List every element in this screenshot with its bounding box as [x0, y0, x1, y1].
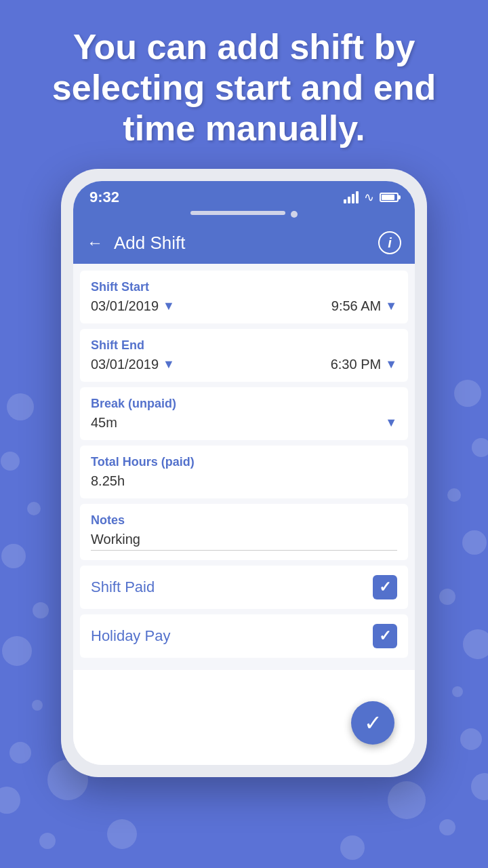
svg-point-10 — [454, 380, 481, 407]
save-fab-button[interactable]: ✓ — [351, 701, 394, 745]
svg-point-16 — [452, 686, 463, 697]
break-label: Break (unpaid) — [91, 397, 397, 411]
hero-text: You can add shift by selecting start and… — [0, 0, 488, 169]
shift-start-time-arrow: ▼ — [385, 299, 397, 313]
status-icons: ∿ — [344, 190, 399, 205]
svg-point-1 — [1, 452, 20, 471]
shift-end-label: Shift End — [91, 338, 397, 353]
svg-point-11 — [472, 438, 488, 457]
holiday-pay-label: Holiday Pay — [91, 627, 170, 645]
svg-point-17 — [460, 728, 482, 750]
notch-dot — [291, 211, 298, 218]
signal-icon — [344, 191, 359, 203]
svg-point-23 — [340, 835, 365, 860]
svg-point-7 — [9, 742, 31, 764]
shift-paid-row: Shift Paid ✓ — [91, 575, 397, 599]
notch-bar — [190, 211, 285, 215]
total-hours-value: 8.25h — [91, 473, 125, 488]
shift-paid-checkbox[interactable]: ✓ — [373, 575, 397, 599]
svg-point-19 — [439, 819, 455, 835]
shift-end-row: 03/01/2019 ▼ 6:30 PM ▼ — [91, 357, 397, 372]
save-check-icon: ✓ — [364, 710, 382, 736]
page-title: Add Shift — [114, 233, 367, 254]
holiday-pay-checkbox[interactable]: ✓ — [373, 624, 397, 648]
svg-point-21 — [107, 819, 137, 849]
phone-bottom-area: ✓ — [73, 670, 415, 765]
svg-point-0 — [7, 393, 34, 420]
shift-end-date-select[interactable]: 03/01/2019 ▼ — [91, 357, 241, 372]
holiday-pay-row: Holiday Pay ✓ — [91, 624, 397, 648]
total-hours-label: Total Hours (paid) — [91, 455, 397, 469]
svg-point-15 — [463, 629, 488, 659]
shift-end-card: Shift End 03/01/2019 ▼ 6:30 PM ▼ — [80, 329, 408, 382]
break-value[interactable]: 45m — [91, 415, 385, 431]
shift-start-row: 03/01/2019 ▼ 9:56 AM ▼ — [91, 298, 397, 314]
svg-point-4 — [33, 602, 49, 618]
phone-inner: 9:32 ∿ ← Add Shift i — [73, 181, 415, 765]
break-arrow: ▼ — [385, 416, 397, 430]
shift-paid-check-icon: ✓ — [379, 578, 391, 596]
holiday-pay-card: Holiday Pay ✓ — [80, 614, 408, 658]
svg-point-6 — [32, 700, 43, 711]
svg-point-18 — [471, 773, 488, 800]
svg-point-14 — [439, 589, 455, 605]
shift-start-card: Shift Start 03/01/2019 ▼ 9:56 AM ▼ — [80, 271, 408, 323]
shift-paid-card: Shift Paid ✓ — [80, 566, 408, 609]
svg-point-13 — [462, 530, 487, 555]
break-row: 45m ▼ — [91, 415, 397, 431]
status-bar: 9:32 ∿ — [73, 181, 415, 211]
svg-point-2 — [27, 502, 41, 515]
total-hours-card: Total Hours (paid) 8.25h — [80, 446, 408, 498]
svg-point-5 — [2, 636, 32, 666]
notes-card: Notes Working — [80, 504, 408, 560]
notes-label: Notes — [91, 513, 397, 528]
shift-start-time-select[interactable]: 9:56 AM ▼ — [247, 298, 397, 314]
shift-paid-label: Shift Paid — [91, 578, 155, 596]
shift-start-time-value: 9:56 AM — [331, 298, 381, 314]
shift-end-time-select[interactable]: 6:30 PM ▼ — [247, 357, 397, 372]
holiday-pay-check-icon: ✓ — [379, 627, 391, 645]
svg-point-12 — [447, 488, 461, 502]
shift-end-date-value: 03/01/2019 — [91, 357, 159, 372]
phone-mockup: 9:32 ∿ ← Add Shift i — [61, 169, 427, 777]
phone-notch — [73, 211, 415, 222]
battery-icon — [380, 193, 399, 202]
svg-point-22 — [388, 781, 426, 819]
svg-point-8 — [0, 787, 20, 814]
shift-end-date-arrow: ▼ — [163, 357, 175, 372]
app-header: ← Add Shift i — [73, 222, 415, 264]
shift-start-date-arrow: ▼ — [163, 299, 175, 313]
form-content: Shift Start 03/01/2019 ▼ 9:56 AM ▼ Shift… — [73, 264, 415, 670]
back-button[interactable]: ← — [87, 233, 103, 252]
break-card: Break (unpaid) 45m ▼ — [80, 387, 408, 440]
shift-start-date-select[interactable]: 03/01/2019 ▼ — [91, 298, 241, 314]
notes-value[interactable]: Working — [91, 532, 397, 551]
wifi-icon: ∿ — [364, 190, 374, 205]
svg-point-9 — [39, 833, 56, 849]
shift-end-time-value: 6:30 PM — [331, 357, 381, 372]
shift-end-time-arrow: ▼ — [385, 357, 397, 372]
info-button[interactable]: i — [378, 231, 401, 254]
svg-point-3 — [1, 544, 26, 568]
status-time: 9:32 — [89, 189, 119, 206]
shift-start-label: Shift Start — [91, 280, 397, 294]
shift-start-date-value: 03/01/2019 — [91, 298, 159, 314]
